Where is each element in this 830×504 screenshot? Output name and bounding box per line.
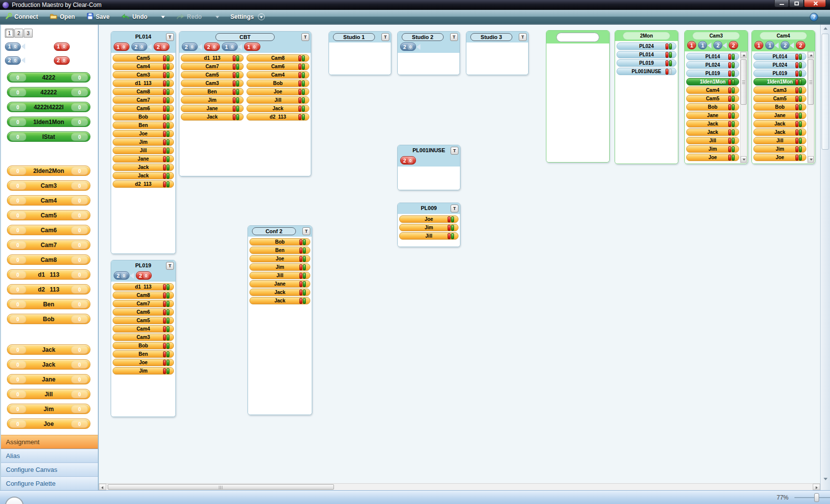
key-item-cam4[interactable]: Cam4: [686, 86, 739, 94]
panel-pl014[interactable]: PL014T102020Cam5Cam4Cam3d1 113Cam8Cam7Ca…: [111, 31, 176, 254]
key-item-jack[interactable]: Jack: [113, 164, 174, 171]
redo-button[interactable]: Redo: [176, 13, 202, 21]
scroll-down-icon[interactable]: [808, 156, 814, 163]
palette-button-bob[interactable]: 0Bob0: [7, 314, 90, 324]
key-item-jack[interactable]: Jack: [113, 172, 174, 179]
panel-cbt[interactable]: CBTT20201010d1 113Cam7Cam5Cam3BenJimJane…: [179, 31, 311, 176]
key-item-pl001inuse[interactable]: PL001INUSE: [617, 68, 676, 75]
scroll-down-icon[interactable]: [821, 475, 830, 483]
key-item-jane[interactable]: Jane: [686, 112, 739, 119]
key-item-jim[interactable]: Jim: [181, 96, 244, 104]
scroll-left-icon[interactable]: [99, 484, 106, 490]
sidebar-item-alias[interactable]: Alias: [1, 449, 98, 462]
key-item-bob[interactable]: Bob: [113, 113, 174, 121]
panel-studio-2[interactable]: Studio 2T20: [397, 31, 460, 75]
key-item-jim[interactable]: Jim: [249, 263, 310, 271]
key-item-jim[interactable]: Jim: [686, 145, 739, 153]
key-item-jack[interactable]: Jack: [181, 113, 244, 121]
canvas[interactable]: PL014T102020Cam5Cam4Cam3d1 113Cam8Cam7Ca…: [99, 25, 820, 490]
save-button[interactable]: Save: [87, 13, 110, 21]
talk-button[interactable]: T: [519, 33, 527, 41]
key-item-1iden1mon[interactable]: 1Iden1Mon: [753, 78, 806, 85]
panel-body[interactable]: d1 113Cam7Cam5Cam3BenJimJaneJackCam8Cam6…: [179, 53, 311, 176]
palette-button-4222t4222i[interactable]: 04222t4222I0: [7, 102, 90, 112]
zoom-slider[interactable]: [794, 497, 830, 498]
key-item-pl019[interactable]: PL019: [617, 59, 676, 67]
key-item-ben[interactable]: Ben: [181, 88, 244, 95]
key-item-jim[interactable]: Jim: [753, 145, 806, 153]
close-button[interactable]: [804, 0, 826, 7]
talk-button[interactable]: T: [166, 262, 174, 270]
palette-button-cam5[interactable]: 0Cam50: [7, 210, 90, 220]
key-item-cam7[interactable]: Cam7: [113, 300, 174, 307]
key-item-ben[interactable]: Ben: [113, 350, 174, 358]
open-button[interactable]: Open: [50, 13, 75, 21]
key-item-cam7[interactable]: Cam7: [181, 63, 244, 70]
key-item-cam8[interactable]: Cam8: [247, 54, 309, 62]
key-item-pl019[interactable]: PL019: [753, 70, 806, 77]
panel-body[interactable]: [398, 167, 460, 190]
panel-studio-3[interactable]: Studio 3T: [466, 31, 529, 75]
key-item-cam4[interactable]: Cam4: [113, 325, 174, 333]
palette-button-cam4[interactable]: 0Cam40: [7, 195, 90, 206]
palette-tab-1[interactable]: 1: [5, 29, 14, 38]
key-item-cam6[interactable]: Cam6: [113, 308, 174, 316]
panel-body[interactable]: JoeJimJill: [398, 214, 460, 247]
key-item-jane[interactable]: Jane: [181, 105, 244, 112]
undo-dropdown-caret-icon[interactable]: [161, 16, 165, 18]
key-item-cam6[interactable]: Cam6: [113, 105, 174, 112]
panel-title-input[interactable]: [556, 33, 599, 42]
sidebar-item-assignment[interactable]: Assignment: [1, 435, 98, 449]
palette-button-42222[interactable]: 0422220: [7, 87, 90, 97]
key-item-ben[interactable]: Ben: [113, 122, 174, 129]
v-scroll-thumb[interactable]: [822, 34, 829, 150]
panel-body[interactable]: PL024PL014PL019PL001INUSE: [615, 41, 678, 164]
key-item-cam5[interactable]: Cam5: [181, 71, 244, 79]
key-item-cam7[interactable]: Cam7: [113, 96, 174, 104]
panel-studio-1[interactable]: Studio 1T: [329, 31, 391, 75]
scroll-right-icon[interactable]: [813, 484, 820, 490]
panel-pl019[interactable]: PL019T2020d1 113Cam8Cam7Cam6Cam5Cam4Cam3…: [111, 260, 176, 417]
talk-button[interactable]: T: [302, 227, 310, 235]
panel-body[interactable]: [329, 42, 391, 75]
key-item-jane[interactable]: Jane: [753, 112, 806, 119]
key-item-pl014[interactable]: PL014: [686, 53, 739, 60]
key-item-joe[interactable]: Joe: [249, 255, 310, 262]
key-item-jill[interactable]: Jill: [399, 232, 458, 240]
sidebar-item-configure-canvas[interactable]: Configure Canvas: [1, 462, 98, 476]
key-item-cam5[interactable]: Cam5: [686, 95, 739, 102]
key-item-bob[interactable]: Bob: [686, 103, 739, 111]
panel-pl001inuse[interactable]: PL001INUSET20: [397, 145, 460, 190]
key-item-cam5[interactable]: Cam5: [113, 54, 174, 62]
key-item-bob[interactable]: Bob: [247, 80, 309, 87]
key-item-cam8[interactable]: Cam8: [113, 292, 174, 299]
key-item-joe[interactable]: Joe: [113, 359, 174, 366]
palette-button-cam3[interactable]: 0Cam30: [7, 180, 90, 191]
undo-button[interactable]: Undo: [122, 13, 148, 21]
panel-body[interactable]: [466, 42, 528, 75]
key-item-pl024[interactable]: PL024: [753, 61, 806, 69]
palette-button-1iden1mon[interactable]: 01Iden1Mon0: [7, 117, 90, 127]
panel-2mon[interactable]: 2MonPL024PL014PL019PL001INUSE: [615, 30, 678, 164]
key-item-cam5[interactable]: Cam5: [753, 95, 806, 102]
key-item-jack[interactable]: Jack: [249, 297, 310, 304]
key-item-jill[interactable]: Jill: [753, 137, 806, 144]
palette-button-cam8[interactable]: 0Cam80: [7, 254, 90, 265]
panel-body[interactable]: PL014PL024PL0191Iden1MonCam4Cam5BobJaneJ…: [685, 51, 747, 164]
panel-body[interactable]: [546, 43, 609, 162]
talk-button[interactable]: T: [450, 33, 458, 41]
key-item-jack[interactable]: Jack: [753, 128, 806, 136]
talk-button[interactable]: T: [166, 33, 174, 41]
connect-button[interactable]: Connect: [5, 13, 38, 21]
scroll-up-icon[interactable]: [821, 25, 830, 32]
key-item-joe[interactable]: Joe: [113, 130, 174, 137]
palette-button-jack[interactable]: 0Jack0: [7, 344, 90, 355]
key-item-joe[interactable]: Joe: [753, 154, 806, 161]
panel-scroll-thumb[interactable]: [808, 59, 814, 105]
key-item-jack[interactable]: Jack: [686, 120, 739, 127]
key-item-jack[interactable]: Jack: [247, 105, 309, 112]
h-scroll-track[interactable]: [106, 484, 813, 490]
key-item-jane[interactable]: Jane: [249, 280, 310, 288]
scroll-up-icon[interactable]: [741, 52, 747, 58]
key-item-jill[interactable]: Jill: [686, 137, 739, 144]
